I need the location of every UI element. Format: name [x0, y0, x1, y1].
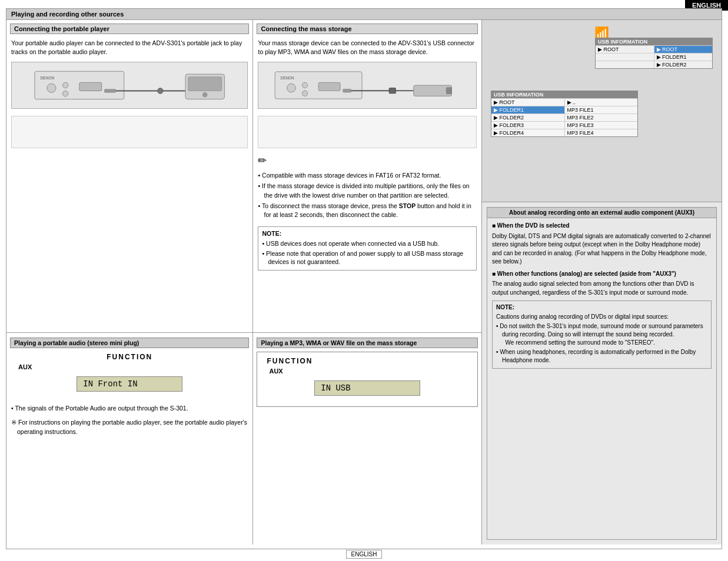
svg-rect-19 [343, 89, 351, 93]
dvd-text: Dolby Digital, DTS and PCM digital signa… [492, 232, 712, 266]
main-section-header: Playing and recording other sources [6, 9, 722, 20]
usb-front-r1c1: ▶ ROOT [491, 99, 565, 106]
mass-storage-header: Connecting the mass storage [257, 24, 478, 34]
mass-storage-empty-diagram [258, 116, 477, 148]
usb-function-display: FUNCTION AUX IN USB [257, 352, 478, 407]
other-heading-text: ■ When other functions (analog) are sele… [492, 271, 676, 277]
content-row: Connecting the portable player Your port… [6, 20, 722, 545]
usb-lcd-container: IN USB [267, 380, 468, 396]
usb-front-row-2: ▶ FOLDER1 MP3 FILE1 [491, 106, 637, 113]
note-item-1: • Compatible with mass storage devices i… [258, 171, 477, 181]
dvd-heading-text: ■ When the DVD is selected [492, 222, 570, 229]
usb-front-r3c1: ▶ FOLDER2 [491, 114, 565, 121]
svg-point-3 [62, 83, 68, 88]
usb-lcd: IN USB [314, 380, 420, 396]
pencil-icon: ✏ [258, 155, 267, 166]
portable-note-1: • The signals of the Portable Audio are … [11, 404, 248, 413]
usb-front-r4c2: MP3 FILE3 [565, 122, 638, 129]
usb-front-r5c1: ▶ FOLDER4 [491, 129, 565, 136]
mass-storage-notes: • Compatible with mass storage devices i… [253, 169, 481, 223]
bottom-english-label: ENGLISH [346, 550, 383, 559]
note-box-item-1: • USB devices does not operate when conn… [262, 239, 473, 248]
mass-storage-title: Connecting the mass storage [261, 25, 351, 32]
main-container: Playing and recording other sources Conn… [6, 8, 722, 549]
usb-front-row-3: ▶ FOLDER2 MP3 FILE2 [491, 113, 637, 121]
usb-back-r2c1 [596, 54, 654, 61]
mass-storage-diagram: DENON [258, 62, 477, 109]
usb-front-r4c1: ▶ FOLDER3 [491, 122, 565, 129]
portable-player-diagram: DENON [11, 62, 248, 109]
top-columns: Connecting the portable player Your port… [6, 20, 481, 333]
svg-rect-21 [389, 88, 395, 94]
usb-front-r2c2: MP3 FILE1 [565, 106, 638, 113]
svg-rect-11 [188, 77, 222, 91]
portable-lcd-container: IN Front IN [16, 376, 243, 392]
usb-front-r5c2: MP3 FILE4 [565, 129, 638, 136]
portable-player-empty-diagram [11, 116, 248, 148]
usb-table-back: USB INFORMATION ▶ ROOT ▶ ROOT ▶ FOLDER1 … [595, 38, 713, 69]
svg-text:DENON: DENON [40, 76, 54, 80]
usb-table-back-title: USB INFORMATION [596, 38, 712, 45]
portable-lcd: IN Front IN [77, 376, 182, 392]
analog-title: About analog recording onto an external … [509, 209, 694, 216]
pencil-icon-area: ✏ [253, 152, 481, 169]
portable-function-display: FUNCTION AUX IN Front IN [6, 348, 252, 402]
usb-front-r2c1: ▶ FOLDER1 [491, 106, 565, 113]
dvd-heading: ■ When the DVD is selected [492, 222, 712, 231]
usb-front-r3c2: MP3 FILE2 [565, 114, 638, 121]
analog-section-body: ■ When the DVD is selected Dolby Digital… [487, 218, 716, 372]
svg-point-16 [302, 83, 307, 88]
usb-back-r3c2: ▶ FOLDER2 [654, 61, 713, 68]
col-portable-player: Connecting the portable player Your port… [6, 20, 253, 332]
bottom-columns: Playing a portable audio (stereo mini pl… [6, 333, 481, 545]
note-item-2: • If the mass storage device is divided … [258, 182, 477, 201]
usb-back-r3c1 [596, 61, 654, 68]
usb-table-front-title: USB INFORMATION [491, 91, 637, 98]
portable-function-label: FUNCTION [16, 353, 243, 361]
usb-front-row-1: ▶ ROOT ▶ .. [491, 98, 637, 106]
svg-point-8 [158, 88, 163, 94]
svg-rect-6 [105, 89, 116, 93]
usb-function-label: FUNCTION [267, 357, 468, 365]
portable-player-body: Your portable audio player can be connec… [6, 36, 252, 58]
portable-audio-title: Playing a portable audio (stereo mini pl… [14, 339, 139, 346]
usb-file-header: Playing a MP3, WMA or WAV file on the ma… [257, 338, 478, 348]
svg-rect-5 [79, 83, 102, 91]
dvd-text-content: Dolby Digital, DTS and PCM digital signa… [492, 233, 711, 265]
main-section-header-text: Playing and recording other sources [11, 11, 124, 18]
usb-diagram-area: 📶 USB INFORMATION ▶ ROOT ▶ ROOT ▶ FOLDER… [482, 20, 722, 202]
note-box-item-2: • Please note that operation of and powe… [262, 249, 473, 266]
usb-front-row-5: ▶ FOLDER4 MP3 FILE4 [491, 129, 637, 136]
svg-point-2 [47, 84, 56, 93]
other-text: The analog audio signal selected from am… [492, 280, 712, 297]
usb-table-front: USB INFORMATION ▶ ROOT ▶ .. ▶ FOLDER1 MP… [491, 91, 638, 137]
svg-rect-18 [318, 83, 340, 91]
usb-front-r1c2: ▶ .. [565, 99, 638, 106]
svg-point-12 [202, 93, 207, 98]
usb-back-row-2: ▶ FOLDER1 [596, 53, 712, 61]
right-note-line-0: Cautions during analog recording of DVDs… [496, 313, 707, 321]
svg-rect-23 [414, 85, 452, 96]
mass-storage-desc: Your mass storage device can be connecte… [258, 39, 474, 55]
usb-file-title: Playing a MP3, WMA or WAV file on the ma… [261, 339, 417, 346]
col-mass-storage: Connecting the mass storage Your mass st… [253, 20, 481, 332]
usb-aux-label: AUX [267, 368, 468, 375]
note-box-text-2: Please note that operation of and power … [266, 250, 463, 266]
note-box-text-1: USB devices does not operate when connec… [266, 240, 439, 247]
bottom-col-portable: Playing a portable audio (stereo mini pl… [6, 333, 253, 545]
other-heading: ■ When other functions (analog) are sele… [492, 270, 712, 279]
right-note-item-1: • Do not switch the S-301's input mode, … [496, 322, 707, 347]
usb-back-row-3: ▶ FOLDER2 [596, 61, 712, 68]
usb-back-r1c2: ▶ ROOT [654, 46, 713, 53]
portable-audio-notes: • The signals of the Portable Audio are … [6, 402, 252, 439]
analog-section-header: About analog recording onto an external … [487, 208, 716, 218]
note-item-3: • To disconnect the mass storage device,… [258, 202, 477, 221]
svg-point-4 [62, 91, 68, 96]
usb-back-row-1: ▶ ROOT ▶ ROOT [596, 45, 712, 53]
portable-player-header: Connecting the portable player [10, 24, 249, 34]
portable-player-title: Connecting the portable player [14, 25, 109, 32]
right-note-box: NOTE: Cautions during analog recording o… [492, 300, 712, 369]
usb-front-row-4: ▶ FOLDER3 MP3 FILE3 [491, 121, 637, 129]
usb-back-r1c1: ▶ ROOT [596, 46, 654, 53]
note-box-title: NOTE: [262, 229, 473, 238]
